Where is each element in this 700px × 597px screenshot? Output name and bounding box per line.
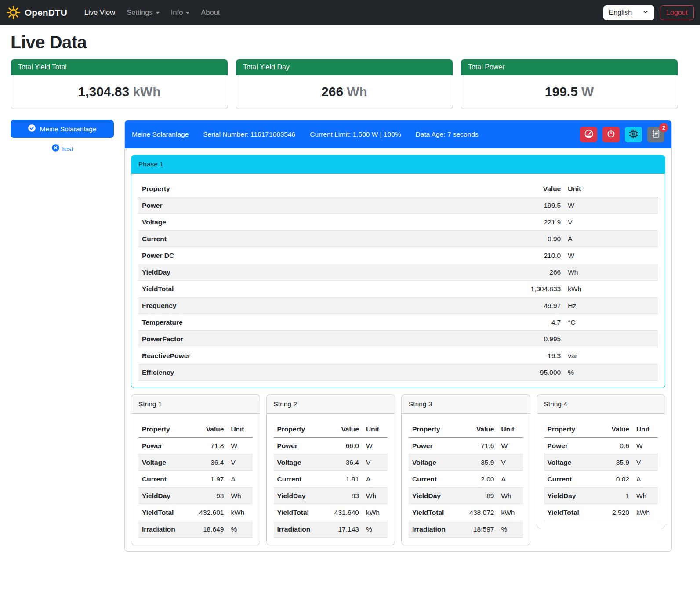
nav-item-live-view[interactable]: Live View xyxy=(79,5,121,20)
unit-cell: Wh xyxy=(497,488,522,504)
unit-cell: W xyxy=(497,438,522,454)
unit-cell: Wh xyxy=(564,264,658,281)
total-yield-day-unit: Wh xyxy=(347,84,367,99)
logout-button[interactable]: Logout xyxy=(660,5,694,20)
string-3-table: Property Value Unit Power xyxy=(409,421,523,538)
table-row: Power 66.0 W xyxy=(274,438,388,454)
value-cell: 0.6 xyxy=(598,438,633,454)
col-unit: Unit xyxy=(363,421,388,438)
unit-cell: Hz xyxy=(564,297,658,314)
string-3-title: String 3 xyxy=(402,395,530,414)
unit-cell: A xyxy=(227,471,252,488)
power-button[interactable] xyxy=(602,127,620,142)
journal-text-icon xyxy=(651,129,660,140)
table-row: YieldTotal 438.072 kWh xyxy=(409,504,523,521)
table-row: ReactivePower 19.3 var xyxy=(138,347,658,364)
device-info-button[interactable] xyxy=(625,127,642,142)
inverter-limit: Current Limit: 1,500 W | 100% xyxy=(310,130,401,138)
value-cell: 36.4 xyxy=(328,454,363,471)
unit-cell: kWh xyxy=(497,504,522,521)
property-cell: Irradiation xyxy=(138,521,193,538)
value-cell: 17.143 xyxy=(328,521,363,538)
inverter-serial: Serial Number: 116171603546 xyxy=(203,130,295,138)
table-row: Voltage 36.4 V xyxy=(274,454,388,471)
unit-cell: Wh xyxy=(633,488,658,504)
table-header-row: Property Value Unit xyxy=(544,421,658,438)
unit-cell: A xyxy=(497,471,522,488)
value-cell: 83 xyxy=(328,488,363,504)
total-yield-day-value: 266 xyxy=(321,84,343,99)
unit-cell: A xyxy=(363,471,388,488)
col-property: Property xyxy=(274,421,329,438)
property-cell: Power xyxy=(138,438,193,454)
string-3-card: String 3 Property Value Unit xyxy=(401,394,530,545)
table-row: YieldTotal 431.640 kWh xyxy=(274,504,388,521)
table-row: YieldDay 266 Wh xyxy=(138,264,658,281)
unit-cell: V xyxy=(633,454,658,471)
col-property: Property xyxy=(544,421,599,438)
property-cell: Voltage xyxy=(138,214,481,231)
limit-settings-button[interactable] xyxy=(580,127,597,142)
nav-item-settings[interactable]: Settings xyxy=(121,5,165,20)
unit-cell: Wh xyxy=(363,488,388,504)
brand-title: OpenDTU xyxy=(25,7,67,18)
inverter-header: Meine Solaranlage Serial Number: 1161716… xyxy=(125,120,671,148)
unit-cell: W xyxy=(227,438,252,454)
chevron-down-icon xyxy=(156,12,160,14)
unit-cell: A xyxy=(564,231,658,247)
summary-cards: Total Yield Total 1,304.83kWh Total Yiel… xyxy=(11,59,678,109)
property-cell: YieldTotal xyxy=(544,504,599,521)
table-row: YieldTotal 2.520 kWh xyxy=(544,504,658,521)
value-cell: 0.90 xyxy=(481,231,564,247)
property-cell: Current xyxy=(409,471,464,488)
value-cell: 432.601 xyxy=(193,504,228,521)
sidebar-item-test-inverter[interactable]: test xyxy=(11,144,114,154)
table-row: Power 0.6 W xyxy=(544,438,658,454)
table-row: YieldDay 83 Wh xyxy=(274,488,388,504)
col-value: Value xyxy=(193,421,228,438)
string-1-card: String 1 Property Value Unit xyxy=(131,394,260,545)
table-row: Power DC 210.0 W xyxy=(138,247,658,264)
table-header-row: Property Value Unit xyxy=(274,421,388,438)
total-power-value: 199.5 xyxy=(545,84,578,99)
x-circle-icon xyxy=(51,144,60,154)
table-header-row: Property Value Unit xyxy=(138,421,253,438)
page-title: Live Data xyxy=(11,33,678,52)
value-cell: 2.00 xyxy=(464,471,498,488)
value-cell: 4.7 xyxy=(481,314,564,331)
inverter-toolbar: 2 xyxy=(580,127,664,142)
language-select[interactable]: English xyxy=(603,5,654,20)
speedometer-icon xyxy=(584,129,594,140)
property-cell: Power xyxy=(138,197,481,214)
table-row: YieldDay 89 Wh xyxy=(409,488,523,504)
property-cell: Frequency xyxy=(138,297,481,314)
brand-link[interactable]: OpenDTU xyxy=(6,5,67,20)
value-cell: 18.649 xyxy=(193,521,228,538)
value-cell: 95.000 xyxy=(481,364,564,381)
unit-cell: V xyxy=(227,454,252,471)
table-header-row: Property Value Unit xyxy=(138,181,658,197)
sun-icon xyxy=(6,5,21,20)
string-2-card: String 2 Property Value Unit xyxy=(266,394,395,545)
property-cell: Power xyxy=(274,438,329,454)
string-2-table: Property Value Unit Power xyxy=(274,421,388,538)
nav-item-info[interactable]: Info xyxy=(165,5,196,20)
value-cell: 431.640 xyxy=(328,504,363,521)
string-1-table: Property Value Unit Power xyxy=(138,421,253,538)
navbar-right: English Logout xyxy=(603,5,694,20)
unit-cell: kWh xyxy=(363,504,388,521)
table-row: YieldDay 1 Wh xyxy=(544,488,658,504)
language-value: English xyxy=(609,9,632,17)
property-cell: YieldTotal xyxy=(138,504,193,521)
total-yield-total-card: Total Yield Total 1,304.83kWh xyxy=(11,59,228,109)
inverter-name: Meine Solaranlage xyxy=(132,130,189,138)
property-cell: Irradiation xyxy=(409,521,464,538)
nav-item-about[interactable]: About xyxy=(195,5,225,20)
sidebar-item-selected-inverter[interactable]: Meine Solaranlage xyxy=(11,120,114,138)
unit-cell: kWh xyxy=(227,504,252,521)
property-cell: Power xyxy=(544,438,599,454)
property-cell: Power DC xyxy=(138,247,481,264)
value-cell: 1,304.833 xyxy=(481,281,564,297)
phase-1-table: Property Value Unit Power xyxy=(138,181,658,381)
event-log-button[interactable]: 2 xyxy=(647,127,664,142)
